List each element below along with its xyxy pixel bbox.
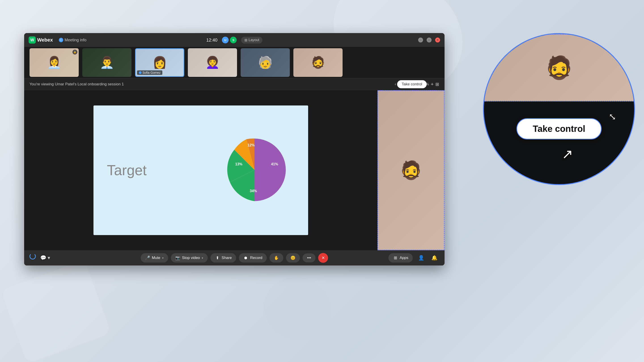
layout-label: Layout (249, 38, 260, 42)
pie-chart-svg: 41% 34% 13% 12% (219, 134, 290, 206)
maximize-button[interactable]: □ (427, 37, 432, 42)
chat-button[interactable]: 💬 ▾ (38, 253, 52, 263)
loading-spinner (30, 253, 36, 259)
video-chevron: ▾ (202, 256, 203, 260)
prev-page-button[interactable]: ‹ (394, 81, 397, 87)
participant-thumb-1[interactable]: 👩‍💼 🔒 (30, 48, 79, 77)
participant-thumb-4[interactable]: 👩‍🦱 (188, 48, 237, 77)
apps-icon: ⊞ (393, 255, 398, 260)
mute-label: Mute (152, 256, 160, 260)
layout-button[interactable]: ⊞ Layout (241, 37, 262, 43)
viewing-text: You're viewing Umar Patel's Local onboar… (30, 82, 124, 86)
more-label: ••• (307, 256, 311, 260)
toolbar-left: 💬 ▾ (30, 253, 52, 263)
mic-active-icon (139, 71, 142, 74)
layout-icon: ⊞ (244, 38, 247, 42)
side-person-avatar: 🧔 (378, 90, 444, 250)
webex-app-name: Webex (37, 37, 53, 43)
zoom-person-preview: 🧔 (484, 34, 634, 101)
share-button[interactable]: ⬆ Share (210, 253, 236, 263)
label-12: 12% (248, 143, 255, 147)
more-button[interactable]: ••• (302, 253, 316, 262)
time-display: 12:40 (206, 37, 217, 43)
record-icon: ⏺ (243, 255, 248, 260)
segment-purple-2 (254, 170, 286, 201)
expand-icon: ⤡ (609, 111, 616, 122)
slide-container: Target 41% (94, 105, 308, 235)
viewing-bar: You're viewing Umar Patel's Local onboar… (24, 78, 444, 90)
participants-strip: 👩‍💼 🔒 👨‍💼 👩 Sofia Gomez 👩‍🦱 🧓 🧔 (24, 47, 444, 78)
participant-video-4: 👩‍🦱 (188, 48, 237, 77)
lock-icon-1: 🔒 (72, 50, 77, 54)
participants-button[interactable]: 👤 (416, 253, 426, 263)
reactions-icon: 😊 (290, 255, 296, 260)
bg-decoration-3 (257, 270, 338, 347)
webex-logo: W Webex (28, 36, 53, 43)
minimize-button[interactable]: − (418, 37, 423, 42)
gesture-icon: ✋ (274, 255, 279, 260)
participant-name-tag-3: Sofia Gomez (137, 70, 162, 75)
stop-video-label: Stop video (182, 256, 200, 260)
cursor-pointer-icon: ↖ (562, 146, 573, 162)
share-icon: ⬆ (215, 255, 220, 260)
reactions-button[interactable]: 😊 (286, 253, 300, 263)
side-person-video: 🧔 (378, 90, 444, 250)
label-34: 34% (250, 189, 257, 193)
side-panel: 🧔 (378, 90, 444, 250)
record-label: Record (250, 256, 262, 260)
title-bar-left: W Webex i Meeting info (28, 36, 89, 43)
mute-button[interactable]: 🎤 Mute ▾ (141, 253, 168, 263)
notifications-button[interactable]: 🔔 (430, 253, 439, 263)
participant-thumb-6[interactable]: 🧔 (294, 48, 342, 77)
grid-view-button[interactable]: ⊞ (435, 81, 439, 87)
title-bar: W Webex i Meeting info 12:40 U S ⊞ Layou… (24, 33, 444, 47)
zoom-circle-content: 🧔 Take control ↖ ⤡ (484, 34, 634, 184)
participant-thumb-2[interactable]: 👨‍💼 (82, 48, 132, 77)
participant-video-2: 👨‍💼 (82, 48, 132, 77)
participant-thumb-5[interactable]: 🧓 (240, 48, 290, 77)
presentation-area: Target 41% (24, 90, 378, 250)
segment-purple (254, 139, 286, 170)
mute-icon: 🎤 (145, 255, 150, 260)
mute-chevron: ▾ (162, 256, 164, 260)
take-control-button-small[interactable]: Take control (397, 80, 427, 88)
end-call-icon: ✕ (322, 255, 325, 260)
apps-button[interactable]: ⊞ Apps (388, 253, 413, 263)
toolbar-center: 🎤 Mute ▾ 📷 Stop video ▾ ⬆ Share ⏺ Record… (141, 253, 328, 263)
toolbar: 💬 ▾ 🎤 Mute ▾ 📷 Stop video ▾ ⬆ Share ⏺ Re… (24, 250, 444, 266)
bg-decoration-2 (0, 260, 111, 362)
slide-title: Target (107, 162, 147, 179)
apps-label: Apps (400, 256, 408, 260)
stop-video-button[interactable]: 📷 Stop video ▾ (171, 253, 208, 263)
close-button[interactable]: ✕ (435, 37, 440, 42)
record-button[interactable]: ⏺ Record (239, 253, 267, 263)
avatar-s: S (230, 37, 237, 43)
participant-video-1: 👩‍💼 (30, 48, 79, 77)
zoom-circle-overlay: 🧔 Take control ↖ ⤡ (483, 33, 635, 185)
toolbar-right: ⊞ Apps 👤 🔔 (388, 253, 439, 263)
meeting-info-button[interactable]: i Meeting info (56, 37, 89, 43)
participant-thumb-3[interactable]: 👩 Sofia Gomez (135, 48, 184, 77)
gesture-button[interactable]: ✋ (270, 253, 283, 263)
take-control-large-button[interactable]: Take control (516, 118, 602, 139)
avatar-u: U (222, 37, 229, 43)
webex-window: W Webex i Meeting info 12:40 U S ⊞ Layou… (24, 33, 444, 266)
window-controls: − □ ✕ (418, 37, 440, 42)
avatar-group: U S (222, 37, 237, 43)
participant-video-6: 🧔 (294, 48, 342, 77)
webex-logo-icon: W (28, 36, 36, 43)
pie-chart: 41% 34% 13% 12% (219, 134, 290, 206)
meeting-info-label: Meeting info (64, 38, 86, 42)
share-label: Share (222, 256, 232, 260)
info-icon: i (59, 38, 63, 42)
participant-name-3: Sofia Gomez (142, 71, 160, 74)
title-bar-center: 12:40 U S ⊞ Layout (206, 37, 262, 43)
label-13: 13% (235, 162, 242, 166)
end-call-button[interactable]: ✕ (318, 253, 328, 263)
label-41: 41% (271, 162, 278, 166)
video-icon: 📷 (175, 255, 180, 260)
content-area: Target 41% (24, 90, 444, 250)
zoom-in-button[interactable]: + (431, 81, 434, 87)
participant-video-5: 🧓 (240, 48, 290, 77)
